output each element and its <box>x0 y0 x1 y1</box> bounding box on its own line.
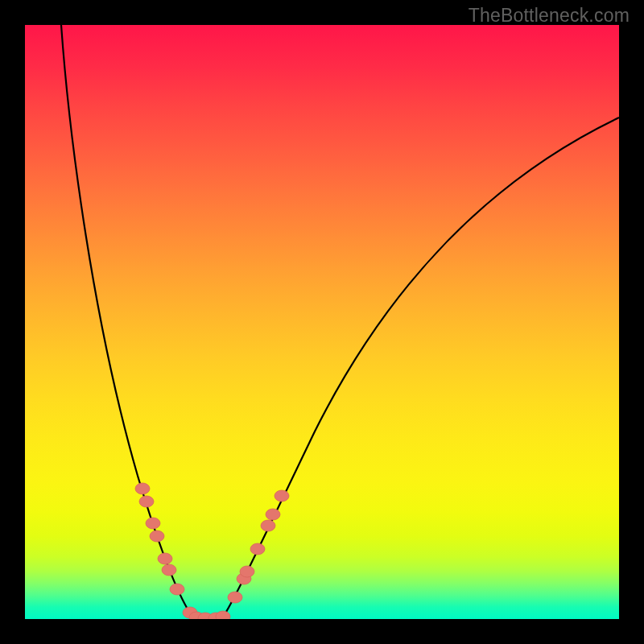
data-marker <box>216 611 230 619</box>
watermark-text: TheBottleneck.com <box>469 5 630 27</box>
right-curve <box>222 118 619 618</box>
data-marker <box>275 490 289 502</box>
data-marker <box>266 509 280 520</box>
marker-layer <box>135 483 289 619</box>
data-marker <box>170 584 184 595</box>
data-marker <box>261 520 275 531</box>
outer-frame: TheBottleneck.com <box>0 0 644 644</box>
data-marker <box>162 564 176 576</box>
data-marker <box>240 566 254 577</box>
curve-svg <box>25 25 619 619</box>
data-marker <box>228 592 242 603</box>
data-marker <box>135 483 150 494</box>
left-curve <box>61 25 194 618</box>
data-marker <box>139 496 154 507</box>
data-marker <box>150 530 164 542</box>
data-marker <box>250 543 265 555</box>
data-marker <box>146 518 160 529</box>
plot-area <box>25 25 619 619</box>
data-marker <box>158 553 172 564</box>
curve-group <box>61 25 619 618</box>
